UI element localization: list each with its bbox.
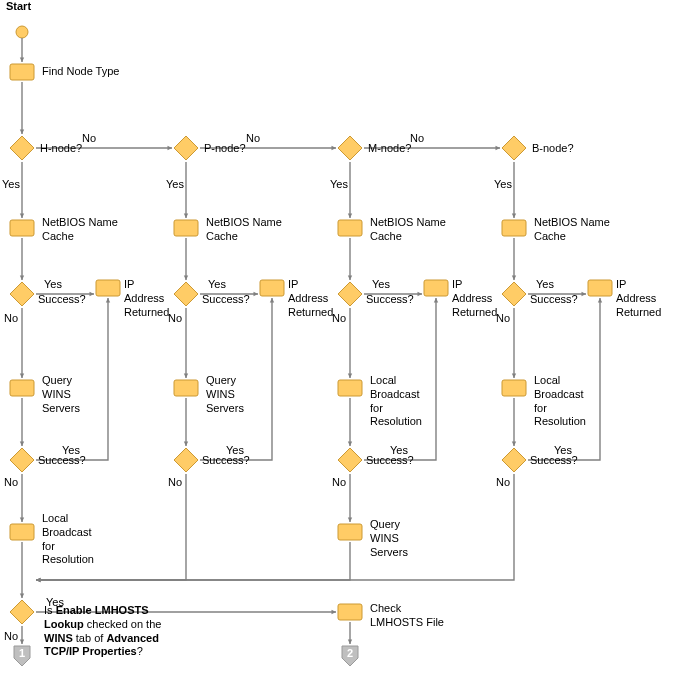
edge-yes-node-2: Yes [330,178,348,192]
arrow-succ2-yes-0-head [106,298,110,303]
success2-2 [338,448,362,472]
arrow-nodeno-1-head [331,146,336,150]
edge-no-succ2-1: No [168,476,182,490]
edge-no-succ2-2: No [332,476,346,490]
success1-label-1: Success? [202,293,250,307]
arrow-succ1-no-1-head [184,373,188,378]
arrow-check-conn-head [348,639,352,644]
edge-no-node-1: No [246,132,260,146]
check-lmhosts-label: Check LMHOSTS File [370,602,460,630]
edge-no-succ1-2: No [332,312,346,326]
success2-1 [174,448,198,472]
arrow-lmhq-no-head [20,639,24,644]
h-local-broadcast-label: Local Broadcast for Resolution [42,512,122,567]
node-decision-label-3: B-node? [532,142,574,156]
node-decision-label-0: H-node? [40,142,82,156]
start-node [16,26,28,38]
edge-yes-succ1-2: Yes [372,278,390,292]
success1-label-2: Success? [366,293,414,307]
arrow-mid-succ2-3-head [512,441,516,446]
success1-label-0: Success? [38,293,86,307]
lmhosts-decision [10,600,34,624]
ip-returned-2 [424,280,448,296]
node-decision-3 [502,136,526,160]
arrow-mid-succ2-0-head [20,441,24,446]
edge-no-succ2-0: No [4,476,18,490]
arrow-nodeno-2-head [495,146,500,150]
node-decision-1 [174,136,198,160]
arrow-cache-succ-1-head [184,275,188,280]
find-node-type [10,64,34,80]
node-decision-label-2: M-node? [368,142,411,156]
node-decision-0 [10,136,34,160]
arrow-succ1-no-0-head [20,373,24,378]
arrow-lmhq-yes-head [331,610,336,614]
success2-3 [502,448,526,472]
arrow-start-head [20,57,24,62]
arrow-m-no-head [348,517,352,522]
arrow-succ1-yes-1-head [253,292,258,296]
arrow-nodeno-0-head [167,146,172,150]
node-decision-2 [338,136,362,160]
success1-label-3: Success? [530,293,578,307]
h-local-broadcast [10,524,34,540]
arrow-cache-succ-0-head [20,275,24,280]
edge-no-succ1-0: No [4,312,18,326]
edge-yes-succ2-0: Yes [62,444,80,458]
arrow-succ1-yes-3-head [581,292,586,296]
midstep-2 [338,380,362,396]
arrow-nodeyes-1-head [184,213,188,218]
arrow-nodeyes-2-head [348,213,352,218]
success1-0 [10,282,34,306]
arrow-h-to-lmhq-head [20,593,24,598]
arrow-succ1-no-3-head [512,373,516,378]
midstep-0 [10,380,34,396]
arrow-cache-succ-3-head [512,275,516,280]
edge-no-succ1-3: No [496,312,510,326]
nbt-cache-0 [10,220,34,236]
arrow-mid-succ2-1-head [184,441,188,446]
ip-returned-0 [96,280,120,296]
arrow-find-to-h-head [20,129,24,134]
edge-no-succ2-3: No [496,476,510,490]
arrow-mid-succ2-2-head [348,441,352,446]
connector-1-label: 1 [19,647,25,659]
success2-0 [10,448,34,472]
node-decision-label-1: P-node? [204,142,246,156]
find-node-type-label: Find Node Type [42,65,119,79]
edge-yes-succ1-1: Yes [208,278,226,292]
nbt-cache-1 [174,220,198,236]
nbt-cache-label-0: NetBIOS Name Cache [42,216,132,244]
check-lmhosts [338,604,362,620]
edge-no-succ1-1: No [168,312,182,326]
m-query-wins-label: Query WINS Servers [370,518,440,559]
nbt-cache-2 [338,220,362,236]
ip-returned-3 [588,280,612,296]
edge-yes-node-0: Yes [2,178,20,192]
midstep-label-1: Query WINS Servers [206,374,286,415]
lmhosts-decision-label: Is Enable LMHOSTSLookup checked on theWI… [44,604,194,659]
midstep-label-3: Local Broadcast for Resolution [534,374,614,429]
connector-2-label: 2 [347,647,353,659]
arrow-h-no-head [20,517,24,522]
arrow-succ2-yes-2-head [434,298,438,303]
edge-yes-succ2-1: Yes [226,444,244,458]
edge-yes-succ2-3: Yes [554,444,572,458]
start-label: Start [6,0,31,14]
edge-yes-node-1: Yes [166,178,184,192]
arrow-succ1-yes-0-head [89,292,94,296]
midstep-label-0: Query WINS Servers [42,374,122,415]
ip-returned-label-3: IP Address Returned [616,278,676,319]
edge-no-node-2: No [410,132,424,146]
midstep-label-2: Local Broadcast for Resolution [370,374,450,429]
arrow-nodeyes-0-head [20,213,24,218]
midstep-3 [502,380,526,396]
midstep-1 [174,380,198,396]
ip-returned-1 [260,280,284,296]
arrow-succ2-yes-1-head [270,298,274,303]
nbt-cache-3 [502,220,526,236]
nbt-cache-label-1: NetBIOS Name Cache [206,216,296,244]
arrow-b-no-head [36,578,41,582]
arrow-succ1-yes-2-head [417,292,422,296]
edge-yes-succ2-2: Yes [390,444,408,458]
